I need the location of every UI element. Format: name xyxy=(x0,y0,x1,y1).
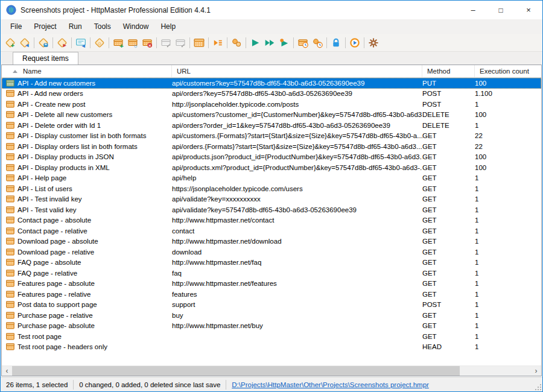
item-method: GET xyxy=(422,270,475,277)
delete-request-item-icon[interactable]: × xyxy=(140,36,154,50)
tab-request-items[interactable]: Request items xyxy=(13,52,78,65)
execute-all-icon[interactable] xyxy=(262,36,277,50)
execute-item-icon[interactable] xyxy=(248,36,262,50)
menu-tools[interactable]: Tools xyxy=(88,19,117,34)
minimize-button[interactable]: – xyxy=(459,1,487,19)
table-row[interactable]: API - Display customer list in both form… xyxy=(2,131,541,142)
item-execution-count: 100 xyxy=(475,111,541,118)
table-row[interactable]: FAQ page - relativefaqGET1 xyxy=(2,268,541,279)
data-generator-icon[interactable] xyxy=(192,36,206,50)
table-row[interactable]: Features page - relativefeaturesGET1 xyxy=(2,289,541,300)
project-file-link[interactable]: D:\Projects\HttpMaster\Other\Projects\Sc… xyxy=(232,381,429,388)
menu-help[interactable]: Help xyxy=(154,19,182,34)
scrollbar-thumb[interactable] xyxy=(12,366,460,376)
table-row[interactable]: API - Display orders list in both format… xyxy=(2,141,541,152)
svg-text:◄: ◄ xyxy=(81,42,86,48)
table-row[interactable]: Test root pageGET1 xyxy=(2,331,541,342)
menu-run[interactable]: Run xyxy=(63,19,88,34)
item-execution-count: 1 xyxy=(475,291,541,298)
table-row[interactable]: Purchase page - relativebuyGET1 xyxy=(2,310,541,321)
request-item-icon xyxy=(6,217,14,224)
item-url: http://www.httpmaster.net/buy xyxy=(172,322,422,329)
item-url: api/orders?order_id=1&key=57547d8b-df65-… xyxy=(172,122,422,129)
table-row[interactable]: Download page - relativedownloadGET1 xyxy=(2,247,541,258)
table-row[interactable]: Download page - absolutehttp://www.httpm… xyxy=(2,236,541,247)
close-project-icon[interactable]: ► xyxy=(55,36,69,50)
column-header-url[interactable]: URL xyxy=(172,65,422,77)
table-row[interactable]: Features page - absolutehttp://www.httpm… xyxy=(2,279,541,289)
horizontal-scrollbar[interactable]: ‹ › xyxy=(2,365,541,376)
item-url: http://jsonplaceholder.typicode.com/post… xyxy=(172,101,422,108)
table-row[interactable]: Contact page - absolutehttp://www.httpma… xyxy=(2,215,541,226)
edit-request-item-icon[interactable]: ☼ xyxy=(125,36,140,50)
table-row[interactable]: API - Display products in JSONapi/produc… xyxy=(2,152,541,163)
table-row[interactable]: API - Display products in XMLapi/product… xyxy=(2,162,541,173)
new-project-icon[interactable]: + xyxy=(3,36,17,50)
table-row[interactable]: Contact page - relativecontactGET1 xyxy=(2,226,541,236)
item-method: GET xyxy=(422,238,475,245)
item-execution-count: 1 xyxy=(475,343,541,350)
request-chain-icon[interactable] xyxy=(229,36,244,50)
table-row[interactable]: API - Delete order with Id 1api/orders?o… xyxy=(2,120,541,131)
table-row[interactable]: API - List of usershttps://jsonplacehold… xyxy=(2,183,541,194)
execute-tagged-icon[interactable] xyxy=(277,36,291,50)
item-url: api/customers.{Formats}?start={Start}&si… xyxy=(172,132,422,139)
options-icon[interactable] xyxy=(366,36,381,50)
execution-sequence-icon[interactable] xyxy=(211,36,225,50)
project-properties-icon[interactable]: ☼ xyxy=(92,36,107,50)
table-row[interactable]: Post data to support pagesupportPOST1 xyxy=(2,300,541,311)
column-header-name[interactable]: Name xyxy=(2,65,172,77)
scroll-right-arrow-icon[interactable]: › xyxy=(531,366,541,376)
import-data-icon[interactable]: ◄ xyxy=(74,36,88,50)
item-name: API - Display orders list in both format… xyxy=(17,143,138,150)
item-url: api/help xyxy=(172,174,422,182)
table-row[interactable]: API - Help pageapi/helpGET1 xyxy=(2,173,541,184)
table-row[interactable]: Test root page - headers onlyHEAD1 xyxy=(2,342,541,353)
table-row[interactable]: Purchase page- absolutehttp://www.httpma… xyxy=(2,321,541,332)
schedule-item-icon[interactable] xyxy=(296,36,310,50)
table-row[interactable]: API - Create new posthttp://jsonplacehol… xyxy=(2,99,541,110)
item-url: api/orders.{Formats}?start={Start}&size=… xyxy=(172,143,422,150)
table-row[interactable]: API - Add new ordersapi/orders?key=57547… xyxy=(2,89,541,100)
schedule-chain-icon[interactable] xyxy=(310,36,325,50)
scrollbar-track[interactable] xyxy=(12,366,531,376)
status-items-count: 26 items, 1 selected xyxy=(1,378,73,391)
window-title: Screenshots project - HttpMaster Profess… xyxy=(21,6,459,14)
request-items-grid: NameURLMethodExecution count API - Add n… xyxy=(1,65,542,376)
request-item-icon xyxy=(6,143,14,150)
item-name: API - Add new orders xyxy=(17,90,83,97)
request-item-icon xyxy=(6,343,14,350)
execution-monitor-icon[interactable] xyxy=(348,36,362,50)
column-header-execution-count[interactable]: Execution count xyxy=(475,65,541,77)
item-method: GET xyxy=(422,291,475,298)
item-execution-count: 1 xyxy=(475,217,541,224)
table-row[interactable]: API - Add new customersapi/customers?key… xyxy=(2,78,541,89)
table-row[interactable]: API - Delete all new customersapi/custom… xyxy=(2,110,541,121)
resize-grip[interactable] xyxy=(535,384,541,390)
item-method: GET xyxy=(422,322,475,329)
open-project-icon[interactable]: ◄ xyxy=(17,36,32,50)
security-icon[interactable] xyxy=(329,36,343,50)
item-name: API - Display products in JSON xyxy=(17,153,114,160)
item-method: GET xyxy=(422,312,475,319)
scroll-left-arrow-icon[interactable]: ‹ xyxy=(2,366,12,376)
svg-text:+: + xyxy=(119,42,124,48)
grid-rows: API - Add new customersapi/customers?key… xyxy=(2,78,541,365)
add-request-item-icon[interactable]: + xyxy=(111,36,125,50)
maximize-button[interactable]: □ xyxy=(487,1,515,19)
toolbar-separator xyxy=(364,37,364,48)
menu-file[interactable]: File xyxy=(4,19,28,34)
menu-window[interactable]: Window xyxy=(117,19,155,34)
save-project-icon[interactable] xyxy=(36,36,51,50)
tab-bar: Request items xyxy=(1,52,542,65)
item-method: DELETE xyxy=(422,111,475,118)
menu-project[interactable]: Project xyxy=(28,19,62,34)
item-method: POST xyxy=(422,301,475,308)
close-button[interactable]: × xyxy=(515,1,542,19)
table-row[interactable]: FAQ page - absolutehttp://www.httpmaster… xyxy=(2,258,541,268)
toolbar-separator xyxy=(293,37,294,48)
item-url: https://jsonplaceholder.typicode.com/use… xyxy=(172,185,422,192)
column-header-method[interactable]: Method xyxy=(422,65,475,77)
table-row[interactable]: API - Test valid keyapi/validate?key=575… xyxy=(2,204,541,215)
table-row[interactable]: API - Test invalid keyapi/validate?key=x… xyxy=(2,194,541,205)
